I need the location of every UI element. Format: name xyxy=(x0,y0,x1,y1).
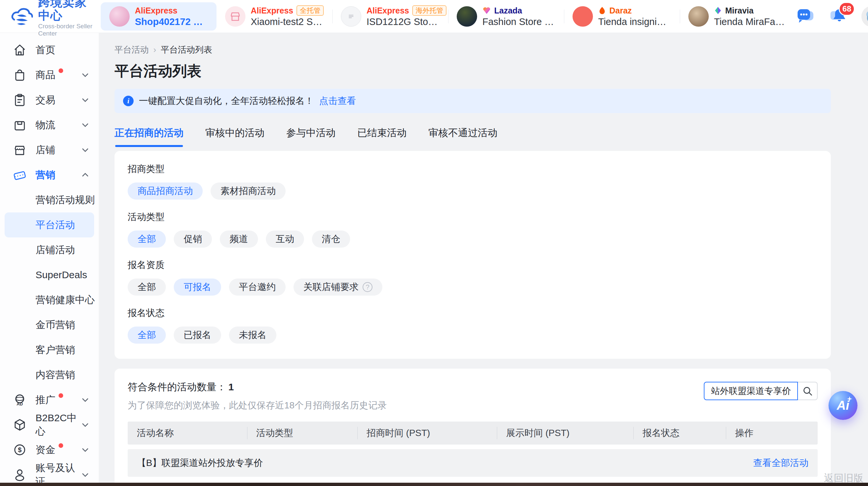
filter-chip-promo[interactable]: 促销 xyxy=(174,230,212,248)
filter-label-activity-type: 活动类型 xyxy=(128,211,818,223)
breadcrumb-separator: › xyxy=(153,45,156,55)
store-tab-xiaomi-test2[interactable]: AliExpress 全托管 Xiaomi-test2 Store ... xyxy=(217,2,332,31)
store-tab-mirafashion[interactable]: Miravia Tienda MiraFashion xyxy=(680,2,796,31)
col-display-time: 展示时间 (PST) xyxy=(497,427,633,439)
activities-table: 活动名称 活动类型 招商时间 (PST) 展示时间 (PST) 报名状态 操作 … xyxy=(128,422,818,486)
daraz-icon xyxy=(598,6,606,15)
tab-under-review[interactable]: 审核中的活动 xyxy=(205,126,265,147)
results-count-value: 1 xyxy=(228,382,234,392)
filter-chip-product-recruit[interactable]: 商品招商活动 xyxy=(128,183,203,200)
filter-chip-can-apply[interactable]: 可报名 xyxy=(174,279,221,296)
banner-view-link[interactable]: 点击查看 xyxy=(319,95,356,107)
sidebar-label: 店铺活动 xyxy=(35,243,75,257)
notifications-button[interactable]: 68 xyxy=(829,7,848,26)
storefront-icon xyxy=(12,143,27,157)
results-panel: 符合条件的活动数量：1 为了保障您的浏览体验，此处仅保存近18个月招商报名历史记… xyxy=(115,368,831,486)
store-avatar xyxy=(225,6,245,27)
chevron-up-icon xyxy=(81,171,90,179)
svg-text:$: $ xyxy=(18,446,21,453)
sidebar-label: 店铺 xyxy=(35,143,55,157)
col-activity-type: 活动类型 xyxy=(247,427,358,439)
sidebar-item-content-marketing[interactable]: 内容营销 xyxy=(0,362,99,387)
search-icon xyxy=(802,385,813,397)
sidebar-item-store[interactable]: 店铺 xyxy=(0,137,99,162)
table-header: 活动名称 活动类型 招商时间 (PST) 展示时间 (PST) 报名状态 操作 xyxy=(128,422,818,445)
chevron-down-icon xyxy=(81,396,90,404)
tab-ended[interactable]: 已结束活动 xyxy=(357,126,407,147)
ad-globe-icon: AD xyxy=(12,393,27,407)
store-tab-shop402172[interactable]: AliExpress Shop402172 Store xyxy=(101,2,217,31)
new-badge-dot xyxy=(59,68,63,73)
banner-text: 一键配置大促自动化，全年活动轻松报名！ xyxy=(139,95,314,107)
elephant-avatar-glyph xyxy=(861,6,868,27)
app-logo[interactable]: 跨境卖家中心 Cross-border Seller Center xyxy=(10,0,98,37)
sidebar-item-platform-activities[interactable]: 平台活动 xyxy=(5,213,94,237)
store-tab-isd1212g[interactable]: AliExpress 海外托管 ISD1212G Store12 ... xyxy=(332,2,448,31)
package-icon xyxy=(12,118,27,132)
tab-recruiting[interactable]: 正在招商的活动 xyxy=(115,126,184,147)
filter-chip-all-types[interactable]: 全部 xyxy=(128,230,166,248)
col-actions: 操作 xyxy=(726,427,818,439)
col-signup-status: 报名状态 xyxy=(633,427,726,439)
sidebar-label: 内容营销 xyxy=(35,368,75,382)
sidebar-item-marketing[interactable]: 营销 xyxy=(0,162,99,188)
miravia-logo: Miravia xyxy=(725,6,753,15)
placeholder-glyph xyxy=(346,11,356,21)
sidebar-item-products[interactable]: 商品 xyxy=(0,63,99,88)
sidebar: 首页 商品 交易 物流 xyxy=(0,33,99,486)
top-header: 跨境卖家中心 Cross-border Seller Center AliExp… xyxy=(0,0,868,33)
filter-chip-interactive[interactable]: 互动 xyxy=(266,230,304,248)
filter-chip-channel[interactable]: 频道 xyxy=(220,230,258,248)
store-tab-daraz[interactable]: Daraz Tienda insignia de ... xyxy=(564,2,680,31)
filter-chip-all-qual[interactable]: 全部 xyxy=(128,279,166,296)
store-avatar xyxy=(688,6,709,27)
filter-label-signup-status: 报名状态 xyxy=(128,307,818,319)
sidebar-item-funds[interactable]: $ 资金 xyxy=(0,438,99,462)
breadcrumb-platform-activity[interactable]: 平台活动 xyxy=(115,44,149,56)
filter-chip-applied[interactable]: 已报名 xyxy=(174,326,221,344)
filter-chip-not-applied[interactable]: 未报名 xyxy=(229,326,276,344)
filter-chip-clearance[interactable]: 清仓 xyxy=(312,230,350,248)
filter-group-qualification: 全部 可报名 平台邀约 关联店铺要求 ? xyxy=(128,279,818,296)
sparkle-icon xyxy=(847,396,852,401)
tab-rejected[interactable]: 审核不通过活动 xyxy=(428,126,497,147)
notification-count-badge: 68 xyxy=(839,2,855,16)
sidebar-label: 账号及认证 xyxy=(35,461,81,486)
filter-chip-material-recruit[interactable]: 素材招商活动 xyxy=(211,183,286,200)
sidebar-item-customer-marketing[interactable]: 客户营销 xyxy=(0,337,99,362)
aliexpress-logo: AliExpress xyxy=(367,6,409,15)
filter-chip-all-status[interactable]: 全部 xyxy=(128,326,166,344)
dollar-circle-icon: $ xyxy=(12,443,27,457)
sidebar-item-marketing-health[interactable]: 营销健康中心 xyxy=(0,287,99,313)
managed-badge: 海外托管 xyxy=(412,5,446,16)
sidebar-item-marketing-rules[interactable]: 营销活动规则 xyxy=(0,188,99,213)
search-button[interactable] xyxy=(798,382,818,400)
filter-chip-platform-invite[interactable]: 平台邀约 xyxy=(229,279,286,296)
app-title: 跨境卖家中心 xyxy=(38,0,98,22)
store-name: Tienda insignia de ... xyxy=(598,17,671,27)
miravia-icon xyxy=(714,6,722,15)
search-input[interactable] xyxy=(704,382,798,400)
view-all-activities-link[interactable]: 查看全部活动 xyxy=(753,457,808,469)
sidebar-label: 物流 xyxy=(35,118,55,132)
ai-assistant-button[interactable]: Ai xyxy=(829,391,858,420)
clipboard-icon xyxy=(12,93,27,107)
sidebar-item-coin-marketing[interactable]: 金币营销 xyxy=(0,313,99,337)
sidebar-item-store-activities[interactable]: 店铺活动 xyxy=(0,237,99,262)
sidebar-item-home[interactable]: 首页 xyxy=(0,37,99,63)
filter-chip-linked-store[interactable]: 关联店铺要求 ? xyxy=(293,279,382,296)
sidebar-item-superdeals[interactable]: SuperDeals xyxy=(0,262,99,287)
page-title: 平台活动列表 xyxy=(115,62,831,81)
help-icon[interactable]: ? xyxy=(363,282,372,292)
sidebar-item-promotion[interactable]: AD 推广 xyxy=(0,387,99,412)
user-menu[interactable] xyxy=(861,6,868,27)
store-tab-fashion-store[interactable]: Lazada Fashion Store 0001 xyxy=(448,2,564,31)
sidebar-item-logistics[interactable]: 物流 xyxy=(0,112,99,137)
messages-button[interactable] xyxy=(796,7,815,26)
tab-participating[interactable]: 参与中活动 xyxy=(286,126,336,147)
filter-group-signup-status: 全部 已报名 未报名 xyxy=(128,326,818,344)
store-avatar xyxy=(457,6,477,27)
sidebar-item-b2b2c[interactable]: B2B2C中心 xyxy=(0,412,99,438)
sidebar-item-orders[interactable]: 交易 xyxy=(0,88,99,112)
sidebar-label: 资金 xyxy=(35,443,55,457)
